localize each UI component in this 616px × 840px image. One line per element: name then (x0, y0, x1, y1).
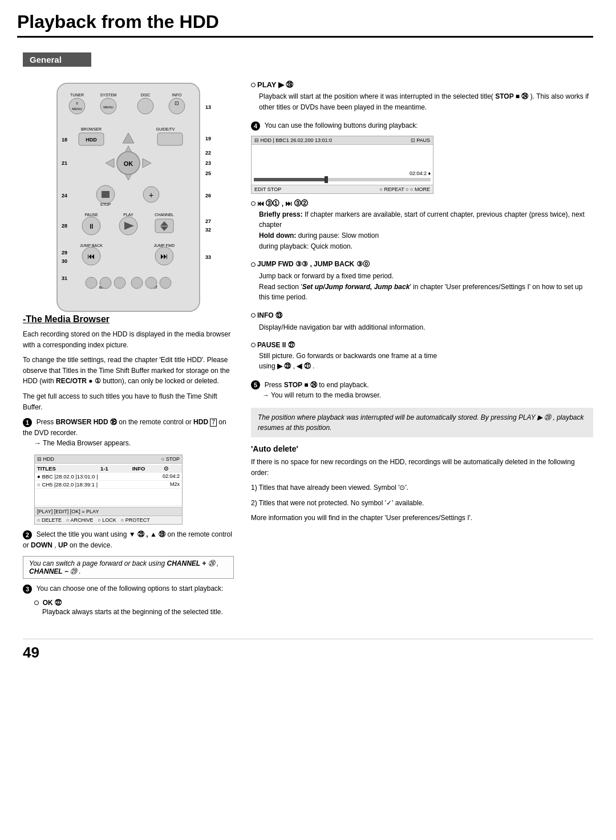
svg-text:26: 26 (205, 193, 211, 198)
page-title: Playback from the HDD (17, 11, 593, 38)
row2-time: M2x (148, 481, 180, 487)
footer-lock: ○ LOCK (98, 517, 116, 523)
auto-delete-title: 'Auto delete' (251, 444, 593, 453)
footer-protect: ○ PROTECT (121, 517, 150, 523)
play-label: PLAY ▶ ㉘ (257, 80, 293, 89)
right-column: PLAY ▶ ㉘ Playback will start at the posi… (251, 80, 593, 622)
svg-text:⏭: ⏭ (160, 251, 168, 261)
ok-option: OK ㉒ Playback always starts at the begin… (34, 598, 234, 616)
media-browser-para2: To change the title settings, read the c… (23, 355, 234, 387)
step5: 5 Press STOP ■ ㉔ to end playback. → You … (251, 380, 593, 401)
svg-text:+: + (149, 190, 153, 200)
footer-delete: ○ DELETE (37, 517, 62, 523)
svg-point-65 (100, 277, 111, 289)
page-number: 49 (23, 644, 39, 661)
play-section: PLAY ▶ ㉘ Playback will start at the posi… (251, 80, 593, 112)
row2-label: ○ CH5 |28.02.0 |18:39:1 | (37, 481, 148, 488)
screen-content: TITLES 1-1 INFO ⊙ ● BBC |28.02.0 |13:01:… (35, 464, 182, 507)
svg-text:⏮: ⏮ (87, 251, 95, 261)
left-column: TUNER SYSTEM DISC INFO Y MENU MENU ⊡ 13 … (23, 80, 234, 622)
svg-text:MENU: MENU (103, 105, 114, 109)
svg-text:PLAY: PLAY (123, 213, 133, 217)
channel-switch-box: You can switch a page forward or back us… (23, 556, 234, 579)
screen-top-left: ⊟ HDD (37, 456, 54, 462)
step2-num: 2 (23, 530, 32, 539)
jump-label: JUMP FWD ③③ , JUMP BACK ③⓪ (257, 259, 370, 269)
row1-time: 02:04:2 (148, 473, 180, 479)
svg-text:31: 31 (62, 275, 67, 281)
svg-point-68 (145, 277, 157, 289)
step5-arrow: → You will return to the media browser. (262, 390, 593, 401)
screen-row1: ● BBC |28.02.0 |13:01:0 | 02:04:2 (35, 473, 182, 481)
svg-text:PAUSE: PAUSE (84, 213, 98, 217)
svg-text:BROWSER: BROWSER (81, 127, 102, 131)
svg-text:MENU: MENU (72, 107, 82, 111)
screen-footer1: [PLAY] [EDIT] [OK] = PLAY (35, 507, 182, 516)
svg-text:30: 30 (62, 258, 67, 264)
step4-text: You can use the following buttons during… (265, 121, 418, 129)
svg-text:22: 22 (205, 150, 211, 156)
svg-text:STOP: STOP (100, 202, 111, 206)
svg-text:32: 32 (205, 227, 211, 233)
auto-delete-para2: More information you will find in the ch… (251, 513, 593, 524)
svg-point-64 (86, 277, 97, 289)
progress-bar-inner (254, 178, 325, 181)
screen-mock-browser: ⊟ HDD ○ STOP TITLES 1-1 INFO ⊙ ● BBC |28… (34, 455, 183, 525)
svg-point-69 (160, 277, 171, 289)
svg-rect-33 (102, 191, 110, 198)
svg-text:13: 13 (205, 104, 211, 110)
svg-text:33: 33 (205, 254, 211, 260)
info-footer-mid: ○ REPEAT ○ ○ MORE (380, 186, 431, 192)
col-num: 1-1 (100, 465, 132, 472)
prev-next-body: Briefly press: If chapter markers are av… (259, 209, 593, 251)
media-browser-para1: Each recording stored on the HDD is disp… (23, 329, 234, 350)
step1-arrow: → The Media Browser appears. (34, 438, 234, 449)
main-layout: TUNER SYSTEM DISC INFO Y MENU MENU ⊡ 13 … (23, 80, 593, 622)
svg-text:GUIDE/TV: GUIDE/TV (156, 127, 175, 131)
step1-text: Press BROWSER HDD ⑱ on the remote contro… (23, 418, 226, 437)
info-label: INFO ⑬ (257, 311, 282, 320)
svg-point-5 (69, 98, 85, 114)
progress-area: 02:04:2 ♦ (254, 171, 431, 182)
step1-num: 1 (23, 418, 32, 427)
auto-delete-section: 'Auto delete' If there is no space for n… (251, 444, 593, 524)
info-screen: ⊟ HDD | BBC1 26.02.200 13:01:0 ⊡ PAUS 02… (251, 136, 433, 194)
auto-delete-para1: If there is no space for new recordings … (251, 457, 593, 478)
play-desc: Playback will start at the position wher… (259, 91, 593, 112)
auto-delete-item1: 1) Titles that have already been viewed.… (251, 482, 593, 493)
svg-text:23: 23 (205, 160, 211, 166)
svg-text:29: 29 (62, 250, 67, 255)
ok-label: OK ㉒ (43, 599, 62, 607)
screen-row2: ○ CH5 |28.02.0 |18:39:1 | M2x (35, 481, 182, 489)
ok-desc: Playback always starts at the beginning … (42, 608, 234, 616)
auto-delete-item2: 2) Titles that were not protected. No sy… (251, 498, 593, 509)
info-section: INFO ⑬ Display/Hide navigation bar with … (251, 311, 593, 333)
svg-text:SYSTEM: SYSTEM (100, 93, 117, 97)
svg-text:19: 19 (205, 136, 211, 141)
col-titles: TITLES (37, 465, 100, 472)
step2: 2 Select the title you want using ▼ ㉕ , … (23, 529, 234, 550)
info-screen-body: 02:04:2 ♦ (252, 145, 433, 185)
info-bullet (251, 313, 256, 318)
prev-next-label: ⏮ ③① , ⏭ ③② (257, 200, 308, 208)
progress-thumb (325, 176, 328, 183)
svg-text:25: 25 (205, 171, 211, 176)
prev-next-bullet (251, 201, 256, 206)
info-footer: EDIT STOP ○ REPEAT ○ ○ MORE (252, 185, 433, 193)
footer-play: [PLAY] [EDIT] [OK] = PLAY (37, 509, 99, 514)
ok-bullet (34, 600, 39, 605)
step5-num: 5 (251, 380, 260, 389)
screen-top-right: ○ STOP (161, 456, 180, 462)
footer-archive: ○ ARCHIVE (66, 517, 93, 523)
svg-text:⏸: ⏸ (88, 222, 95, 230)
step5-text: Press STOP ■ ㉔ to end playback. (265, 381, 369, 389)
svg-text:27: 27 (205, 218, 211, 224)
progress-bar-outer (254, 178, 431, 181)
prev-next-section: ⏮ ③① , ⏭ ③② Briefly press: If chapter ma… (251, 200, 593, 251)
svg-text:CHANNEL: CHANNEL (155, 213, 174, 217)
svg-text:21: 21 (62, 160, 67, 166)
svg-rect-19 (157, 133, 183, 145)
svg-text:OK: OK (124, 160, 133, 167)
info-bar-left: ⊟ HDD | BBC1 26.02.200 13:01:0 (254, 137, 332, 143)
svg-point-10 (137, 98, 153, 114)
